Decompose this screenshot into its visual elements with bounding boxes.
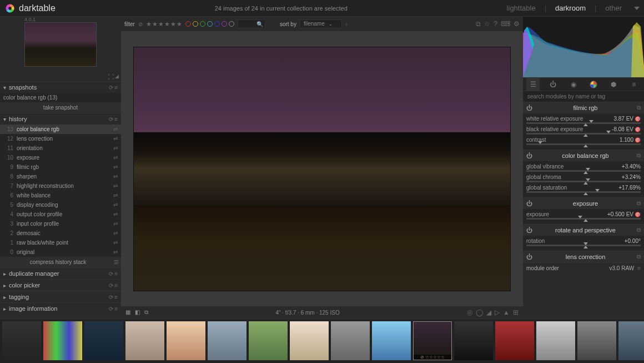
color-picker-icon[interactable]: 🎯 [635,137,641,143]
filmstrip-thumbnail[interactable] [618,321,644,360]
filmstrip-thumbnail[interactable] [577,321,616,360]
menu-icon[interactable]: ≡ [114,271,118,277]
filmstrip-thumbnail[interactable] [208,321,246,360]
popout-icon[interactable]: ⧉ [637,200,641,207]
quick-access-icon[interactable]: ▦ [125,309,130,316]
color-picker-header[interactable]: ▸color picker⟳ ≡ [0,280,121,291]
menu-icon[interactable]: ≡ [114,84,118,91]
history-item[interactable]: 9filmic rgb⇄ [0,162,121,172]
snapshot-item[interactable]: color balance rgb (13) [0,93,121,102]
star-icon[interactable]: ★ [177,21,182,28]
slider-track[interactable] [526,122,641,124]
slider-track[interactable] [526,181,641,182]
color-label-dot[interactable] [229,21,234,27]
color-picker-icon[interactable]: 🎯 [635,212,641,217]
history-item[interactable]: 6white balance⇄ [0,191,121,200]
correct-tab[interactable]: ⬢ [607,78,620,91]
collapse-icon[interactable]: ◢ [115,73,119,80]
filmstrip-thumbnail[interactable] [43,321,82,360]
filmstrip-thumbnail[interactable] [290,321,329,360]
sort-direction-icon[interactable]: ↕ [345,21,348,27]
exposure-header[interactable]: ⏻ exposure ⧉ [523,198,644,209]
expand-icon[interactable]: ⛶ [108,73,114,80]
star-icon[interactable]: ★ [164,21,170,28]
star-icon[interactable]: ★ [170,21,176,28]
text-filter[interactable]: 🔍 [238,19,265,28]
history-item[interactable]: 8sharpen⇄ [0,172,121,181]
reset-icon[interactable]: ⟳ [109,294,113,300]
filmstrip[interactable]: ⊘ ☆☆☆☆☆ [0,319,644,363]
color-label-dot[interactable] [193,21,198,27]
image-information-header[interactable]: ▸image information⟳ ≡ [0,303,121,314]
take-snapshot-button[interactable]: take snapshot [0,102,121,113]
reset-icon[interactable]: ⟳ [109,306,113,312]
popout-icon[interactable]: ⧉ [637,152,641,159]
history-item[interactable]: 12lens correction⇄ [0,134,121,143]
slider-track[interactable] [526,143,641,145]
color-label-dot[interactable] [214,21,220,27]
help-icon[interactable]: ? [494,20,497,28]
history-item[interactable]: 4output color profile⇄ [0,210,121,219]
slider-track[interactable] [526,191,641,193]
second-window-icon[interactable]: ⧉ [144,309,148,316]
colorbal-header[interactable]: ⏻ color balance rgb ⧉ [523,150,644,161]
menu-icon[interactable]: ≡ [114,306,118,312]
favorite-icon[interactable]: ☆ [484,20,490,28]
star-icon[interactable]: ★ [146,21,152,28]
navigation-thumbnail[interactable] [0,17,121,72]
color-picker-icon[interactable]: 🎯 [635,127,641,132]
preferences-icon[interactable]: ⚙ [514,20,520,28]
view-other[interactable]: other [605,4,622,12]
softproof-icon[interactable]: ▲ [503,309,510,316]
focus-icon[interactable]: ◎ [467,309,472,316]
view-dropdown-icon[interactable] [634,7,640,10]
reset-icon[interactable]: ⟳ [109,116,113,122]
history-item[interactable]: 11orientation⇄ [0,143,121,153]
menu-icon[interactable]: ≡ [114,282,118,289]
popout-icon[interactable]: ⧉ [637,253,641,260]
tagging-header[interactable]: ▸tagging⟳ ≡ [0,291,121,302]
reset-icon[interactable]: ⟳ [109,84,113,91]
power-icon[interactable]: ⏻ [526,152,534,159]
power-icon[interactable]: ⏻ [526,105,534,111]
snapshots-header[interactable]: ▾ snapshots ⟳ ≡ [0,82,121,93]
slider-track[interactable] [526,170,641,172]
image-canvas[interactable] [121,31,523,306]
history-item[interactable]: 0original⇄ [0,247,121,257]
view-lighttable[interactable]: lighttable [507,4,536,12]
history-item[interactable]: 5display encoding⇄ [0,200,121,210]
iso-icon[interactable]: ◯ [476,309,483,316]
filmstrip-thumbnail[interactable]: ⊘ ☆☆☆☆☆ [413,321,452,360]
shortcuts-icon[interactable]: ⌨ [501,20,510,28]
compress-history-button[interactable]: compress history stack ☰ [0,257,121,267]
histogram[interactable] [523,17,644,78]
module-order[interactable]: module order v3.0 RAW ≡ [523,263,644,274]
menu-icon[interactable]: ≡ [637,265,641,271]
star-icon[interactable]: ★ [158,21,164,28]
color-picker-icon[interactable]: 🎯 [635,116,641,122]
slider-track[interactable] [526,133,641,135]
color-label-dot[interactable] [222,21,227,27]
effect-tab[interactable]: ≡ [627,78,641,91]
filmstrip-thumbnail[interactable] [372,321,411,360]
quick-access-tab[interactable]: ☰ [526,78,540,91]
history-item[interactable]: 3input color profile⇄ [0,219,121,228]
menu-icon[interactable]: ≡ [114,294,118,300]
filmstrip-thumbnail[interactable] [84,321,123,360]
filmstrip-thumbnail[interactable] [331,321,370,360]
slider-track[interactable] [526,218,641,220]
filmstrip-thumbnail[interactable] [167,321,205,360]
history-item[interactable]: 13color balance rgb⇄ [0,125,121,134]
history-item[interactable]: 1raw black/white point⇄ [0,238,121,247]
guides-icon[interactable]: ⊞ [513,309,519,316]
history-item[interactable]: 7highlight reconstruction⇄ [0,181,121,191]
history-item[interactable]: 10exposure⇄ [0,153,121,162]
history-header[interactable]: ▾ history ⟳ ≡ [0,113,121,125]
reset-icon[interactable]: ⟳ [109,271,113,277]
filmstrip-thumbnail[interactable] [125,321,164,360]
star-icon[interactable]: ★ [152,21,158,28]
filmstrip-thumbnail[interactable] [249,321,288,360]
collapse-icon[interactable]: ⧉ [476,20,481,28]
rating-icon[interactable]: ⊘ ☆☆☆☆☆ [414,355,451,360]
base-tab[interactable]: ◉ [567,78,580,91]
